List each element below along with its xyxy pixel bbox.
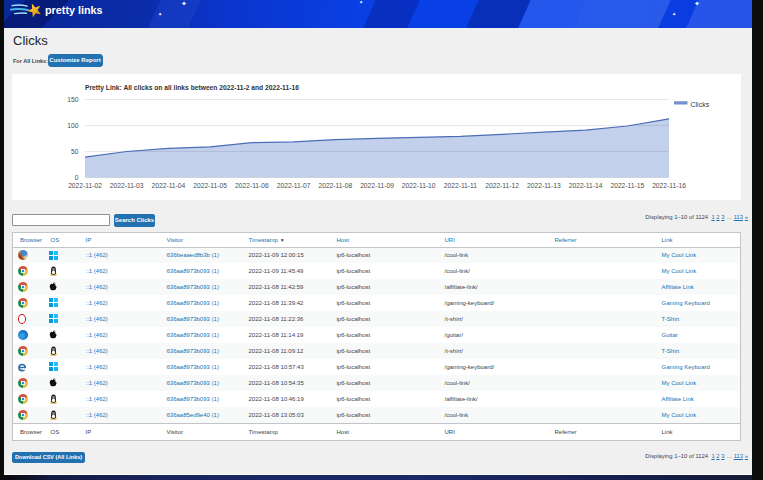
svg-text:100: 100: [67, 122, 78, 129]
svg-text:0: 0: [75, 174, 79, 181]
svg-text:2022-11-13: 2022-11-13: [527, 182, 561, 189]
svg-text:2022-11-09: 2022-11-09: [360, 182, 394, 189]
svg-text:2022-11-02: 2022-11-02: [68, 182, 102, 189]
svg-text:2022-11-14: 2022-11-14: [569, 182, 603, 189]
svg-text:2022-11-08: 2022-11-08: [318, 182, 352, 189]
svg-text:Clicks: Clicks: [691, 101, 710, 108]
svg-text:2022-11-04: 2022-11-04: [152, 182, 186, 189]
svg-text:2022-11-06: 2022-11-06: [235, 182, 269, 189]
svg-text:2022-11-05: 2022-11-05: [193, 182, 227, 189]
svg-text:2022-11-12: 2022-11-12: [485, 182, 519, 189]
svg-text:2022-11-16: 2022-11-16: [652, 182, 686, 189]
svg-text:2022-11-03: 2022-11-03: [110, 182, 144, 189]
svg-text:2022-11-15: 2022-11-15: [610, 182, 644, 189]
svg-text:50: 50: [71, 148, 79, 155]
svg-text:Pretty Link: All clicks on all: Pretty Link: All clicks on all links bet…: [85, 84, 299, 92]
svg-text:150: 150: [67, 96, 78, 103]
svg-text:2022-11-10: 2022-11-10: [402, 182, 436, 189]
svg-text:2022-11-11: 2022-11-11: [444, 182, 477, 189]
svg-text:2022-11-07: 2022-11-07: [277, 182, 311, 189]
